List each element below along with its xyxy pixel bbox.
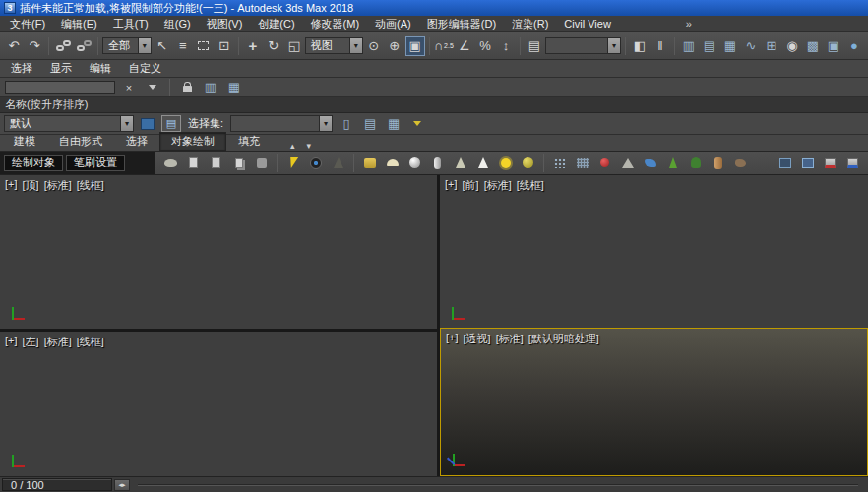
menu-views[interactable]: 视图(V)	[199, 16, 251, 31]
render-production-icon[interactable]: ●	[844, 36, 864, 56]
menu-animation[interactable]: 动画(A)	[367, 16, 419, 31]
time-slider-thumb[interactable]: 0 / 100	[2, 478, 112, 491]
name-column-header[interactable]: 名称(按升序排序)	[5, 97, 88, 112]
tool-red-icon[interactable]	[820, 153, 840, 173]
align-icon[interactable]: ‖	[651, 36, 670, 56]
viewport-pov-menu[interactable]: [顶]	[23, 178, 39, 193]
teapot-icon[interactable]	[160, 153, 181, 173]
viewport-front[interactable]: [+] [前] [标准] [线框]	[440, 175, 868, 329]
camera-eye-icon[interactable]	[305, 153, 326, 173]
percent-snap-icon[interactable]: %	[475, 36, 495, 56]
render-setup-icon[interactable]: ▩	[803, 36, 823, 56]
ribbon-tab-modeling[interactable]: 建模	[2, 132, 47, 151]
window-crossing-icon[interactable]: ⊡	[215, 36, 234, 56]
mirror-icon[interactable]: ◧	[630, 36, 650, 56]
tool-blue-icon[interactable]	[842, 153, 863, 173]
time-slider-track[interactable]	[138, 484, 858, 486]
viewport-shading-menu[interactable]: [线框]	[517, 178, 544, 193]
redo-icon[interactable]: ↷	[25, 36, 44, 56]
menu-civil-view[interactable]: Civil View	[556, 16, 618, 31]
tree-icon[interactable]	[685, 153, 706, 173]
rock-icon[interactable]	[730, 153, 751, 173]
viewport-shading-menu[interactable]: [线框]	[77, 178, 104, 193]
explorer-menu-customize[interactable]: 自定义	[120, 61, 170, 76]
ribbon-minimize-icon[interactable]: ▴	[285, 141, 300, 151]
pages-icon[interactable]	[228, 153, 249, 173]
viewport-preset-menu[interactable]: [标准]	[44, 335, 72, 349]
select-and-rotate-icon[interactable]: ↻	[264, 36, 283, 56]
explorer-option-b-icon[interactable]: ▦	[224, 78, 244, 97]
select-and-manipulate-icon[interactable]: ⊕	[385, 36, 404, 56]
select-by-name-icon[interactable]: ≡	[173, 36, 193, 56]
viewport-pov-menu[interactable]: [透视]	[464, 332, 491, 346]
explorer-menu-edit[interactable]: 编辑	[81, 61, 120, 76]
material-editor-icon[interactable]: ◉	[782, 36, 802, 56]
barrel-icon[interactable]	[708, 153, 728, 173]
panel-a-icon[interactable]	[775, 153, 795, 173]
layer-explorer-toggle-icon[interactable]: ▤	[700, 36, 719, 56]
menu-rendering[interactable]: 渲染(R)	[504, 16, 556, 31]
panel-b-icon[interactable]	[797, 153, 818, 173]
set-filter-icon[interactable]	[407, 114, 427, 134]
select-and-move-icon[interactable]: +	[243, 36, 263, 56]
filter-icon[interactable]	[143, 78, 162, 97]
viewport-plus-menu[interactable]: [+]	[446, 332, 459, 346]
sphere-icon[interactable]	[404, 153, 425, 173]
geosphere-icon[interactable]	[518, 153, 538, 173]
sun-icon[interactable]	[495, 153, 516, 173]
time-slider-nav-button[interactable]: ◂▸	[114, 479, 130, 491]
create-set-icon[interactable]: ▯	[337, 114, 356, 134]
viewport-plus-menu[interactable]: [+]	[5, 178, 18, 193]
apple-icon[interactable]	[594, 153, 615, 173]
scatter-a-icon[interactable]	[549, 153, 570, 173]
pyramid-icon[interactable]	[617, 153, 638, 173]
ribbon-toggle-icon[interactable]: ▦	[720, 36, 740, 56]
selection-filter-combo[interactable]: 全部 ▾	[102, 37, 152, 54]
scene-explorer-toggle-icon[interactable]: ▥	[679, 36, 699, 56]
cone-icon[interactable]	[450, 153, 470, 173]
ribbon-tab-object-paint[interactable]: 对象绘制	[159, 132, 226, 151]
use-pivot-center-icon[interactable]: ⊙	[364, 36, 384, 56]
unlink-selection-icon[interactable]	[74, 36, 93, 56]
explorer-preset-combo[interactable]: 默认 ▾	[4, 115, 134, 132]
angle-snap-icon[interactable]: ∠	[455, 36, 474, 56]
explorer-option-a-icon[interactable]: ▥	[201, 78, 220, 97]
menu-graph-editors[interactable]: 图形编辑器(D)	[419, 16, 504, 31]
title-bar[interactable]: 3 插件未能正常加载,将被限制部分功能!(一三) - Autodesk 3ds …	[0, 0, 868, 16]
rendered-frame-icon[interactable]: ▣	[824, 36, 843, 56]
select-and-scale-icon[interactable]: ◱	[284, 36, 304, 56]
named-sets-combo[interactable]: ▾	[545, 37, 621, 54]
search-input[interactable]	[5, 81, 115, 94]
reference-coordsys-combo[interactable]: 视图 ▾	[305, 37, 363, 54]
grass-icon[interactable]	[662, 153, 683, 173]
brush-settings-button[interactable]: 笔刷设置	[66, 155, 125, 171]
box-icon[interactable]	[359, 153, 380, 173]
selection-region-icon[interactable]	[194, 36, 214, 56]
explorer-menu-display[interactable]: 显示	[41, 61, 81, 76]
keyboard-override-icon[interactable]: ▣	[405, 36, 425, 56]
menu-group[interactable]: 组(G)	[156, 16, 199, 31]
viewport-shading-menu[interactable]: [线框]	[77, 335, 104, 349]
curve-editor-icon[interactable]: ∿	[741, 36, 761, 56]
explorer-config-icon[interactable]	[138, 114, 157, 134]
wave-icon[interactable]	[640, 153, 660, 173]
ribbon-options-icon[interactable]: ▾	[302, 141, 317, 151]
viewport-pov-menu[interactable]: [前]	[463, 178, 479, 193]
menu-overflow-icon[interactable]: »	[680, 18, 698, 30]
menu-edit[interactable]: 编辑(E)	[53, 16, 105, 31]
page-new-icon[interactable]	[183, 153, 204, 173]
lightning-icon[interactable]	[282, 153, 303, 173]
viewport-perspective-active[interactable]: [+] [透视] [标准] [默认明暗处理]	[440, 328, 868, 476]
edit-named-sets-icon[interactable]: ▤	[525, 36, 544, 56]
explorer-column-header[interactable]: 名称(按升序排序)	[0, 97, 868, 113]
cone-white-icon[interactable]	[472, 153, 493, 173]
explorer-menu-select[interactable]: 选择	[2, 61, 41, 76]
viewport-left[interactable]: [+] [左] [标准] [线框]	[0, 332, 437, 476]
ribbon-tab-selection[interactable]: 选择	[114, 132, 159, 151]
paint-objects-button[interactable]: 绘制对象	[4, 155, 63, 171]
menu-modifiers[interactable]: 修改器(M)	[303, 16, 368, 31]
lock-icon[interactable]	[177, 78, 197, 97]
viewport-shading-menu[interactable]: [默认明暗处理]	[528, 332, 599, 346]
cone-dark-icon[interactable]	[328, 153, 348, 173]
viewport-pov-menu[interactable]: [左]	[23, 335, 39, 349]
